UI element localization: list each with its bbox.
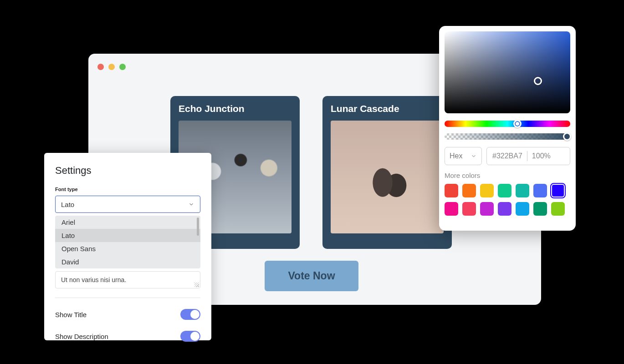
show-description-toggle[interactable] xyxy=(180,331,200,342)
color-swatch[interactable] xyxy=(480,184,494,197)
font-option[interactable]: David xyxy=(55,255,200,268)
color-swatch[interactable] xyxy=(445,202,458,216)
vote-now-button[interactable]: Vote Now xyxy=(265,261,358,291)
toggle-label: Show Description xyxy=(55,333,108,340)
settings-panel: Settings Font type Lato Ariel Lato Open … xyxy=(44,153,211,340)
card-title: Lunar Cascade xyxy=(331,103,444,114)
color-swatch[interactable] xyxy=(516,184,529,197)
vote-card[interactable]: Lunar Cascade xyxy=(322,96,452,249)
more-colors-label: More colors xyxy=(445,172,570,179)
chevron-down-icon xyxy=(471,153,477,159)
hex-value: #322BA7 xyxy=(492,152,522,160)
color-swatch[interactable] xyxy=(480,202,494,216)
show-title-toggle[interactable] xyxy=(180,309,200,320)
maximize-icon[interactable] xyxy=(119,64,126,70)
font-dropdown: Ariel Lato Open Sans David xyxy=(55,216,200,268)
color-picker-panel: Hex #322BA7 100% More colors xyxy=(439,26,576,231)
minimize-icon[interactable] xyxy=(108,64,115,70)
font-option[interactable]: Ariel xyxy=(55,216,200,229)
chevron-down-icon xyxy=(188,201,194,207)
color-swatch[interactable] xyxy=(533,184,547,197)
color-swatch[interactable] xyxy=(551,202,565,216)
font-type-label: Font type xyxy=(55,187,200,192)
hue-cursor-icon[interactable] xyxy=(513,120,522,128)
toggle-label: Show Title xyxy=(55,311,87,318)
saturation-value-picker[interactable] xyxy=(445,31,570,113)
color-swatch[interactable] xyxy=(462,184,476,197)
color-swatch[interactable] xyxy=(533,202,547,216)
opacity-value: 100% xyxy=(532,152,551,160)
hex-input[interactable]: #322BA7 100% xyxy=(486,147,570,165)
divider xyxy=(527,151,527,161)
swatch-row xyxy=(445,202,570,216)
sv-cursor-icon[interactable] xyxy=(534,77,542,85)
color-swatch[interactable] xyxy=(498,202,511,216)
color-swatch[interactable] xyxy=(516,202,529,216)
alpha-cursor-icon[interactable] xyxy=(563,132,571,141)
color-swatch[interactable] xyxy=(498,184,511,197)
hue-slider[interactable] xyxy=(445,121,570,127)
close-icon[interactable] xyxy=(97,64,104,70)
alpha-slider[interactable] xyxy=(445,133,570,140)
description-textarea[interactable]: Ut non varius nisi urna. xyxy=(55,271,200,288)
font-option[interactable]: Lato xyxy=(55,229,200,242)
color-inputs: Hex #322BA7 100% xyxy=(445,147,570,165)
show-title-row: Show Title xyxy=(55,303,200,325)
resize-handle-icon[interactable] xyxy=(194,283,199,287)
font-option[interactable]: Open Sans xyxy=(55,242,200,255)
card-title: Echo Junction xyxy=(179,103,292,114)
swatch-row xyxy=(445,184,570,197)
format-value: Hex xyxy=(450,152,462,160)
color-swatch[interactable] xyxy=(445,184,458,197)
font-type-select[interactable]: Lato xyxy=(55,196,200,213)
color-format-select[interactable]: Hex xyxy=(445,147,482,165)
card-image xyxy=(331,121,444,233)
traffic-lights xyxy=(97,64,126,70)
show-description-row: Show Description xyxy=(55,325,200,347)
divider xyxy=(55,298,200,298)
color-swatch[interactable] xyxy=(551,184,565,197)
scrollbar[interactable] xyxy=(197,217,199,236)
panel-title: Settings xyxy=(55,165,200,177)
description-value: Ut non varius nisi urna. xyxy=(61,276,126,283)
font-selected-value: Lato xyxy=(61,201,74,208)
color-swatch[interactable] xyxy=(462,202,476,216)
